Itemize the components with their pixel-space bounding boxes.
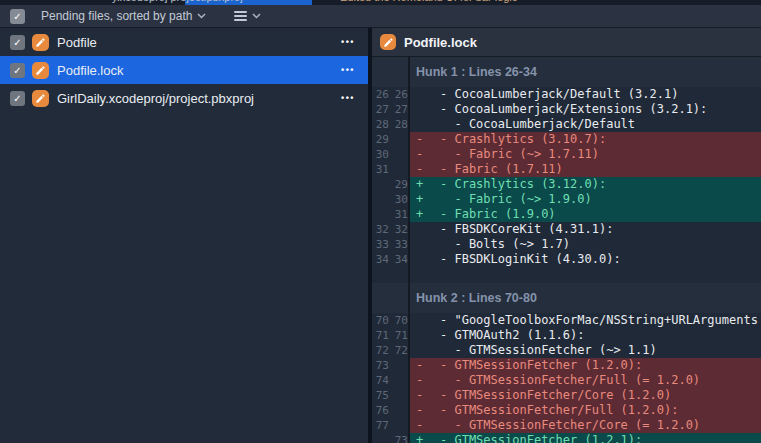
gutter [372, 57, 410, 87]
spacer-content [410, 267, 761, 283]
file-stage-checkbox[interactable]: ✓ [10, 63, 25, 78]
diff-line-context[interactable]: 2626- CocoaLumberjack/Default (3.2.1) [372, 87, 761, 102]
file-stage-checkbox[interactable]: ✓ [10, 91, 25, 106]
old-line-number: 75 [372, 388, 389, 403]
diff-line-deletion[interactable]: 75-- GTMSessionFetcher/Core (1.2.0) [372, 388, 761, 403]
diff-line-deletion[interactable]: 31-- Fabric (1.7.11) [372, 162, 761, 177]
file-more-button[interactable]: ••• [341, 37, 355, 47]
diff-line-addition[interactable]: 73+- GTMSessionFetcher (1.2.1): [372, 433, 761, 443]
line-number-gutter: 29 [372, 177, 410, 192]
sort-filter-label: Pending files, sorted by path [41, 9, 192, 23]
diff-line-text: - GTMSessionFetcher (1.2.1): [440, 433, 642, 443]
diff-line-context[interactable]: 7171- GTMOAuth2 (1.1.6): [372, 328, 761, 343]
clipped-file-path-fragment: y.xcodeproj project.pbxproj [112, 0, 243, 3]
diff-line-text: - FBSDKCoreKit (4.31.1): [440, 222, 613, 236]
diff-marker: - [416, 403, 440, 418]
diff-line-context[interactable]: 7070- "GoogleToolboxForMac/NSString+URLA… [372, 313, 761, 328]
diff-line-context[interactable]: 3333 - Bolts (~> 1.7) [372, 237, 761, 252]
file-name: Podfile [57, 35, 97, 50]
diff-marker: + [416, 433, 440, 443]
view-options-dropdown[interactable] [234, 9, 261, 23]
diff-line-context[interactable]: 3434- FBSDKLoginKit (4.30.0): [372, 252, 761, 267]
clipped-commit-row[interactable]: y.xcodeproj project.pbxproj Edited the H… [0, 0, 761, 5]
diff-line-deletion[interactable]: 30- - Fabric (~> 1.7.11) [372, 147, 761, 162]
new-line-number: 31 [391, 207, 408, 222]
old-line-number: 26 [372, 87, 389, 102]
file-row[interactable]: ✓Podfile••• [0, 28, 368, 56]
diff-marker: - [416, 162, 440, 177]
diff-line-content: +- GTMSessionFetcher (1.2.1): [410, 433, 761, 443]
line-number-gutter: 7171 [372, 328, 410, 343]
diff-line-content: - - Fabric (~> 1.7.11) [410, 147, 761, 162]
modified-pencil-icon [32, 62, 49, 79]
diff-line-addition[interactable]: 31+- Fabric (1.9.0) [372, 207, 761, 222]
diff-line-content: - FBSDKCoreKit (4.31.1): [410, 222, 761, 237]
diff-line-context[interactable]: 3232- FBSDKCoreKit (4.31.1): [372, 222, 761, 237]
line-number-gutter: 73 [372, 358, 410, 373]
new-line-number: 26 [391, 87, 408, 102]
diff-line-content: +- Crashlytics (3.12.0): [410, 177, 761, 192]
list-view-icon [234, 9, 247, 23]
diff-line-content: - GTMSessionFetcher (~> 1.1) [410, 343, 761, 358]
diff-line-content: - CocoaLumberjack/Extensions (3.2.1): [410, 102, 761, 117]
line-number-gutter: 30 [372, 192, 410, 207]
diff-line-content: - Bolts (~> 1.7) [410, 237, 761, 252]
line-number-gutter: 29 [372, 132, 410, 147]
line-number-gutter: 3232 [372, 222, 410, 237]
diff-line-text: - GTMSessionFetcher (1.2.0): [440, 358, 642, 372]
diff-line-text: - Bolts (~> 1.7) [440, 237, 570, 251]
diff-marker: + [416, 207, 440, 222]
diff-line-addition[interactable]: 29+- Crashlytics (3.12.0): [372, 177, 761, 192]
old-line-number [372, 177, 389, 192]
select-all-checkbox[interactable]: ✓ [10, 9, 25, 24]
pending-files-list: ✓Podfile•••✓Podfile.lock•••✓GirlDaily.xc… [0, 28, 368, 443]
diff-line-deletion[interactable]: 74- - GTMSessionFetcher/Full (= 1.2.0) [372, 373, 761, 388]
diff-line-text: - Fabric (1.7.11) [440, 162, 563, 176]
old-line-number: 33 [372, 237, 389, 252]
diff-line-text: - GTMSessionFetcher (~> 1.1) [440, 343, 657, 357]
diff-line-text: - "GoogleToolboxForMac/NSString+URLArgum… [440, 313, 761, 327]
diff-line-text: - CocoaLumberjack/Default (3.2.1) [440, 87, 678, 101]
diff-line-text: - Crashlytics (3.12.0): [440, 177, 606, 191]
old-line-number: 70 [372, 313, 389, 328]
file-row[interactable]: ✓Podfile.lock••• [0, 56, 368, 84]
diff-marker: + [416, 192, 440, 207]
diff-line-context[interactable]: 2828 - CocoaLumberjack/Default [372, 117, 761, 132]
diff-line-text: - GTMOAuth2 (1.1.6): [440, 328, 585, 342]
diff-marker: - [416, 388, 440, 403]
diff-line-content: - "GoogleToolboxForMac/NSString+URLArgum… [410, 313, 761, 328]
diff-file-title: Podfile.lock [404, 35, 477, 50]
diff-line-addition[interactable]: 30+ - Fabric (~> 1.9.0) [372, 192, 761, 207]
file-list-toolbar: ✓ Pending files, sorted by path [0, 5, 761, 28]
old-line-number: 71 [372, 328, 389, 343]
git-client-window: y.xcodeproj project.pbxproj Edited the H… [0, 0, 761, 443]
diff-line-context[interactable]: 2727- CocoaLumberjack/Extensions (3.2.1)… [372, 102, 761, 117]
diff-line-context[interactable]: 7272 - GTMSessionFetcher (~> 1.1) [372, 343, 761, 358]
old-line-number: 34 [372, 252, 389, 267]
new-line-number [391, 147, 408, 162]
file-more-button[interactable]: ••• [341, 65, 355, 75]
line-number-gutter: 77 [372, 418, 410, 433]
file-stage-checkbox[interactable]: ✓ [10, 35, 25, 50]
line-number-gutter: 73 [372, 433, 410, 443]
diff-line-deletion[interactable]: 77- - GTMSessionFetcher/Core (= 1.2.0) [372, 418, 761, 433]
diff-line-text: - GTMSessionFetcher/Core (1.2.0) [440, 388, 671, 402]
line-number-gutter: 31 [372, 207, 410, 222]
hunk-header: Hunk 2 : Lines 70-80 [372, 283, 761, 313]
diff-line-text: - Crashlytics (3.10.7): [440, 132, 606, 146]
diff-line-deletion[interactable]: 73-- GTMSessionFetcher (1.2.0): [372, 358, 761, 373]
file-more-button[interactable]: ••• [341, 93, 355, 103]
diff-marker: - [416, 373, 440, 388]
new-line-number: 71 [391, 328, 408, 343]
diff-line-deletion[interactable]: 29-- Crashlytics (3.10.7): [372, 132, 761, 147]
diff-line-content: +- Fabric (1.9.0) [410, 207, 761, 222]
diff-line-deletion[interactable]: 76-- GTMSessionFetcher/Full (1.2.0): [372, 403, 761, 418]
chevron-down-icon [252, 13, 261, 19]
diff-line-text: - CocoaLumberjack/Extensions (3.2.1): [440, 102, 707, 116]
new-line-number: 34 [391, 252, 408, 267]
gutter [372, 283, 410, 313]
line-number-gutter: 30 [372, 147, 410, 162]
file-row[interactable]: ✓GirlDaily.xcodeproj/project.pbxproj••• [0, 84, 368, 112]
sort-filter-dropdown[interactable]: Pending files, sorted by path [41, 9, 206, 23]
new-line-number [391, 388, 408, 403]
